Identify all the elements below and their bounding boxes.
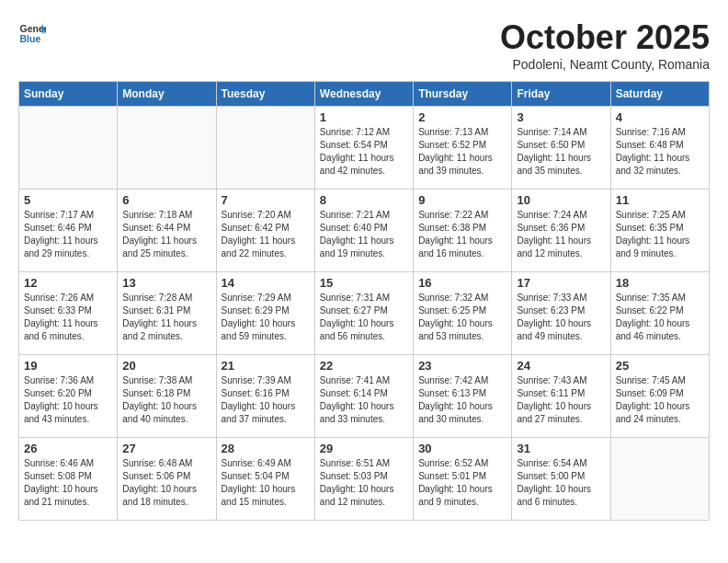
day-info: Sunrise: 7:17 AM Sunset: 6:46 PM Dayligh…	[24, 209, 112, 260]
day-info: Sunrise: 7:41 AM Sunset: 6:14 PM Dayligh…	[320, 374, 408, 426]
day-number: 31	[517, 442, 605, 455]
day-cell: 1Sunrise: 7:12 AM Sunset: 6:54 PM Daylig…	[314, 107, 413, 190]
day-cell: 11Sunrise: 7:25 AM Sunset: 6:35 PM Dayli…	[610, 190, 709, 272]
day-cell: 17Sunrise: 7:33 AM Sunset: 6:23 PM Dayli…	[512, 272, 610, 355]
day-cell: 16Sunrise: 7:32 AM Sunset: 6:25 PM Dayli…	[414, 272, 512, 355]
weekday-header-saturday: Saturday	[610, 82, 709, 107]
day-info: Sunrise: 7:38 AM Sunset: 6:18 PM Dayligh…	[122, 374, 210, 426]
day-cell: 14Sunrise: 7:29 AM Sunset: 6:29 PM Dayli…	[216, 272, 314, 355]
day-number: 20	[122, 359, 210, 373]
day-cell: 2Sunrise: 7:13 AM Sunset: 6:52 PM Daylig…	[414, 107, 512, 190]
day-info: Sunrise: 6:49 AM Sunset: 5:04 PM Dayligh…	[222, 457, 310, 509]
day-info: Sunrise: 7:39 AM Sunset: 6:16 PM Dayligh…	[222, 374, 310, 426]
day-cell: 7Sunrise: 7:20 AM Sunset: 6:42 PM Daylig…	[216, 190, 314, 272]
weekday-header-tuesday: Tuesday	[216, 82, 314, 107]
day-info: Sunrise: 7:42 AM Sunset: 6:13 PM Dayligh…	[418, 374, 506, 426]
weekday-header-friday: Friday	[512, 82, 610, 107]
day-info: Sunrise: 7:35 AM Sunset: 6:22 PM Dayligh…	[616, 292, 704, 343]
day-number: 16	[418, 276, 506, 290]
day-number: 3	[517, 110, 605, 124]
day-number: 6	[122, 193, 210, 207]
day-cell: 21Sunrise: 7:39 AM Sunset: 6:16 PM Dayli…	[216, 355, 314, 438]
day-info: Sunrise: 7:29 AM Sunset: 6:29 PM Dayligh…	[222, 292, 310, 343]
day-info: Sunrise: 7:21 AM Sunset: 6:40 PM Dayligh…	[320, 209, 408, 260]
day-cell: 18Sunrise: 7:35 AM Sunset: 6:22 PM Dayli…	[610, 272, 709, 355]
week-row-2: 5Sunrise: 7:17 AM Sunset: 6:46 PM Daylig…	[19, 190, 710, 272]
week-row-5: 26Sunrise: 6:46 AM Sunset: 5:08 PM Dayli…	[19, 438, 710, 521]
day-info: Sunrise: 7:18 AM Sunset: 6:44 PM Dayligh…	[122, 209, 210, 260]
day-number: 30	[418, 442, 506, 455]
day-number: 22	[320, 359, 408, 373]
day-number: 27	[122, 442, 210, 455]
day-number: 14	[222, 276, 310, 290]
weekday-header-thursday: Thursday	[414, 82, 512, 107]
weekday-header-row: SundayMondayTuesdayWednesdayThursdayFrid…	[19, 82, 710, 107]
weekday-header-monday: Monday	[118, 82, 216, 107]
day-number: 10	[517, 193, 605, 207]
day-cell: 3Sunrise: 7:14 AM Sunset: 6:50 PM Daylig…	[512, 107, 610, 190]
calendar-table: SundayMondayTuesdayWednesdayThursdayFrid…	[18, 81, 710, 521]
day-cell	[118, 107, 216, 190]
title-block: October 2025 Podoleni, Neamt County, Rom…	[500, 18, 710, 72]
week-row-1: 1Sunrise: 7:12 AM Sunset: 6:54 PM Daylig…	[19, 107, 710, 190]
day-cell: 29Sunrise: 6:51 AM Sunset: 5:03 PM Dayli…	[314, 438, 413, 521]
day-number: 29	[320, 442, 408, 455]
day-cell: 22Sunrise: 7:41 AM Sunset: 6:14 PM Dayli…	[314, 355, 413, 438]
logo: General Blue	[18, 18, 46, 46]
day-number: 26	[24, 442, 112, 455]
day-number: 24	[517, 359, 605, 373]
day-info: Sunrise: 7:26 AM Sunset: 6:33 PM Dayligh…	[24, 292, 112, 343]
day-cell: 15Sunrise: 7:31 AM Sunset: 6:27 PM Dayli…	[314, 272, 413, 355]
day-number: 4	[616, 110, 704, 124]
location-subtitle: Podoleni, Neamt County, Romania	[500, 57, 710, 72]
day-info: Sunrise: 6:52 AM Sunset: 5:01 PM Dayligh…	[418, 457, 506, 509]
day-cell	[19, 107, 118, 190]
day-number: 7	[222, 193, 310, 207]
day-number: 2	[418, 110, 506, 124]
day-number: 17	[517, 276, 605, 290]
logo-icon: General Blue	[18, 18, 46, 46]
month-title: October 2025	[500, 18, 710, 57]
day-cell: 9Sunrise: 7:22 AM Sunset: 6:38 PM Daylig…	[414, 190, 512, 272]
day-info: Sunrise: 7:25 AM Sunset: 6:35 PM Dayligh…	[616, 209, 704, 260]
day-cell: 28Sunrise: 6:49 AM Sunset: 5:04 PM Dayli…	[216, 438, 314, 521]
day-number: 9	[418, 193, 506, 207]
day-number: 12	[24, 276, 112, 290]
day-number: 21	[222, 359, 310, 373]
week-row-3: 12Sunrise: 7:26 AM Sunset: 6:33 PM Dayli…	[19, 272, 710, 355]
day-cell: 19Sunrise: 7:36 AM Sunset: 6:20 PM Dayli…	[19, 355, 118, 438]
day-number: 18	[616, 276, 704, 290]
week-row-4: 19Sunrise: 7:36 AM Sunset: 6:20 PM Dayli…	[19, 355, 710, 438]
day-info: Sunrise: 7:22 AM Sunset: 6:38 PM Dayligh…	[418, 209, 506, 260]
day-number: 8	[320, 193, 408, 207]
day-cell: 10Sunrise: 7:24 AM Sunset: 6:36 PM Dayli…	[512, 190, 610, 272]
weekday-header-sunday: Sunday	[19, 82, 118, 107]
day-info: Sunrise: 7:24 AM Sunset: 6:36 PM Dayligh…	[517, 209, 605, 260]
page-header: General Blue October 2025 Podoleni, Neam…	[18, 18, 710, 72]
day-info: Sunrise: 7:20 AM Sunset: 6:42 PM Dayligh…	[222, 209, 310, 260]
day-info: Sunrise: 7:16 AM Sunset: 6:48 PM Dayligh…	[616, 126, 704, 178]
day-info: Sunrise: 7:32 AM Sunset: 6:25 PM Dayligh…	[418, 292, 506, 343]
day-number: 1	[320, 110, 408, 124]
day-number: 5	[24, 193, 112, 207]
svg-text:Blue: Blue	[20, 33, 41, 44]
day-number: 19	[24, 359, 112, 373]
day-cell	[610, 438, 709, 521]
day-cell: 20Sunrise: 7:38 AM Sunset: 6:18 PM Dayli…	[118, 355, 216, 438]
day-number: 28	[222, 442, 310, 455]
day-cell: 24Sunrise: 7:43 AM Sunset: 6:11 PM Dayli…	[512, 355, 610, 438]
day-number: 25	[616, 359, 704, 373]
day-info: Sunrise: 7:43 AM Sunset: 6:11 PM Dayligh…	[517, 374, 605, 426]
day-info: Sunrise: 7:36 AM Sunset: 6:20 PM Dayligh…	[24, 374, 112, 426]
day-info: Sunrise: 7:33 AM Sunset: 6:23 PM Dayligh…	[517, 292, 605, 343]
day-cell: 6Sunrise: 7:18 AM Sunset: 6:44 PM Daylig…	[118, 190, 216, 272]
day-cell: 4Sunrise: 7:16 AM Sunset: 6:48 PM Daylig…	[610, 107, 709, 190]
day-info: Sunrise: 7:28 AM Sunset: 6:31 PM Dayligh…	[122, 292, 210, 343]
day-cell: 13Sunrise: 7:28 AM Sunset: 6:31 PM Dayli…	[118, 272, 216, 355]
day-info: Sunrise: 7:31 AM Sunset: 6:27 PM Dayligh…	[320, 292, 408, 343]
day-cell: 31Sunrise: 6:54 AM Sunset: 5:00 PM Dayli…	[512, 438, 610, 521]
day-info: Sunrise: 6:48 AM Sunset: 5:06 PM Dayligh…	[122, 457, 210, 509]
day-info: Sunrise: 6:51 AM Sunset: 5:03 PM Dayligh…	[320, 457, 408, 509]
day-cell	[216, 107, 314, 190]
day-info: Sunrise: 7:14 AM Sunset: 6:50 PM Dayligh…	[517, 126, 605, 178]
